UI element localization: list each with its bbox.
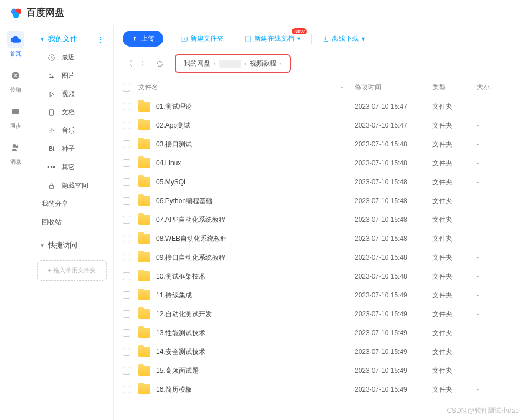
row-checkbox[interactable] [123,103,130,110]
file-type: 文件夹 [432,159,477,168]
file-row[interactable]: 15.高频面试题2023-07-10 15:49文件夹- [114,361,530,380]
sidebar-quick-header[interactable]: ▼ 快捷访问 [34,236,110,255]
file-row[interactable]: 13.性能测试技术2023-07-10 15:49文件夹- [114,323,530,342]
file-row[interactable]: 07.APP自动化系统教程2023-07-10 15:48文件夹- [114,210,530,229]
row-checkbox[interactable] [123,122,130,129]
nav-transfer[interactable]: 传输 [7,67,24,94]
cloud-logo-icon [9,6,23,20]
row-checkbox[interactable] [123,197,130,205]
file-type: 文件夹 [432,310,477,319]
file-row[interactable]: 12.自动化测试开发2023-07-10 15:49文件夹- [114,305,530,323]
sidebar-category-item[interactable]: 视频 [34,85,110,103]
file-name: 08.WEB自动化系统教程 [156,234,227,244]
image-icon [47,72,56,80]
file-name: 14.安全测试技术 [156,347,205,357]
nav-refresh-button[interactable] [154,58,166,70]
row-checkbox[interactable] [123,254,130,261]
file-row[interactable]: 08.WEB自动化系统教程2023-07-10 15:48文件夹- [114,229,530,248]
sort-asc-icon: ↑ [341,84,344,91]
row-checkbox[interactable] [123,329,130,337]
file-row[interactable]: 11.持续集成2023-07-10 15:49文件夹- [114,286,530,305]
nav-back-button[interactable]: 〈 [123,58,135,70]
sidebar-category-item[interactable]: 音乐 [34,122,110,140]
folder-icon [138,252,150,262]
sidebar-item-label: 最近 [62,53,75,62]
row-checkbox[interactable] [123,178,130,186]
folder-icon [138,328,150,338]
file-row[interactable]: 01.测试理论2023-07-10 15:47文件夹- [114,97,530,116]
sidebar-category-item[interactable]: Bt种子 [34,140,110,158]
toolbar: 上传 新建文件夹 新建在线文档 ▼ NEW 离线下载 ▼ [114,25,530,52]
sidebar-dropzone[interactable]: + 拖入常用文件夹 [37,260,107,281]
file-name: 06.Python编程基础 [156,196,213,206]
svg-rect-12 [246,36,250,42]
file-type: 文件夹 [432,347,477,357]
sidebar-category-item[interactable]: 文档 [34,103,110,122]
select-all-checkbox[interactable] [123,84,130,92]
sidebar-category-item[interactable]: 最近 [34,48,110,67]
breadcrumb-item-hidden[interactable] [219,60,241,68]
col-size-header[interactable]: 大小 [477,83,521,92]
file-row[interactable]: 16.简历模板2023-07-10 15:49文件夹- [114,380,530,399]
sidebar-recycle[interactable]: 回收站 [34,213,110,231]
file-row[interactable]: 14.安全测试技术2023-07-10 15:49文件夹- [114,342,530,361]
breadcrumb-item[interactable]: 我的网盘 [184,59,210,68]
file-row[interactable]: 10.测试框架技术2023-07-10 15:48文件夹- [114,267,530,286]
file-type: 文件夹 [432,328,477,338]
row-checkbox[interactable] [123,159,130,167]
file-row[interactable]: 06.Python编程基础2023-07-10 15:48文件夹- [114,191,530,210]
file-row[interactable]: 09.接口自动化系统教程2023-07-10 15:48文件夹- [114,248,530,267]
watermark: CSDN @软件测试小dao [447,406,519,416]
file-time: 2023-07-10 15:48 [355,254,432,261]
file-row[interactable]: 02.App测试2023-07-10 15:47文件夹- [114,116,530,135]
file-type: 文件夹 [432,272,477,281]
sidebar-myfiles-header[interactable]: ▼ 我的文件 ⋮ [34,29,110,48]
col-name-header[interactable]: 文件名↑ [138,83,355,92]
sidebar-category-item[interactable]: 隐藏空间 [34,176,110,195]
table-header: 文件名↑ 修改时间 类型 大小 [114,78,530,97]
cloud-icon [10,34,21,45]
file-name: 09.接口自动化系统教程 [156,253,225,262]
sidebar-category-item[interactable]: 图片 [34,67,110,85]
file-size: - [477,140,521,148]
file-name: 12.自动化测试开发 [156,310,212,319]
file-name: 05.MySQL [156,178,188,186]
sidebar-category-item[interactable]: •••其它 [34,158,110,176]
file-time: 2023-07-10 15:49 [355,386,432,393]
new-badge: NEW [292,28,307,34]
more-icon[interactable]: ⋮ [97,35,104,43]
file-row[interactable]: 03.接口测试2023-07-10 15:48文件夹- [114,135,530,154]
svg-point-5 [12,144,16,148]
row-checkbox[interactable] [123,367,130,375]
folder-icon [138,309,150,319]
col-type-header[interactable]: 类型 [432,83,477,92]
row-checkbox[interactable] [123,348,130,356]
file-row[interactable]: 05.MySQL2023-07-10 15:48文件夹- [114,173,530,191]
sidebar-my-share[interactable]: 我的分享 [34,195,110,213]
row-checkbox[interactable] [123,310,130,318]
nav-forward-button[interactable]: 〉 [138,58,150,70]
breadcrumb-item[interactable]: 视频教程 [250,59,276,68]
row-checkbox[interactable] [123,235,130,242]
col-time-header[interactable]: 修改时间 [355,83,432,92]
row-checkbox[interactable] [123,140,130,148]
new-online-doc-button[interactable]: 新建在线文档 ▼ NEW [241,32,305,45]
file-type: 文件夹 [432,385,477,394]
nav-sync[interactable]: 同步 [7,103,24,130]
new-folder-button[interactable]: 新建文件夹 [177,32,227,45]
doc-icon [47,109,56,117]
file-name: 04.Linux [156,159,181,167]
row-checkbox[interactable] [123,291,130,299]
svg-rect-10 [50,185,54,188]
file-size: - [477,272,521,280]
row-checkbox[interactable] [123,272,130,280]
row-checkbox[interactable] [123,216,130,224]
nav-home[interactable]: 首页 [7,31,24,58]
folder-icon [138,139,150,149]
file-row[interactable]: 04.Linux2023-07-10 15:48文件夹- [114,154,530,173]
upload-button[interactable]: 上传 [123,31,163,47]
file-size: - [477,291,521,299]
row-checkbox[interactable] [123,386,130,393]
nav-message[interactable]: 消息 [7,139,24,166]
offline-download-button[interactable]: 离线下载 ▼ [319,32,369,45]
